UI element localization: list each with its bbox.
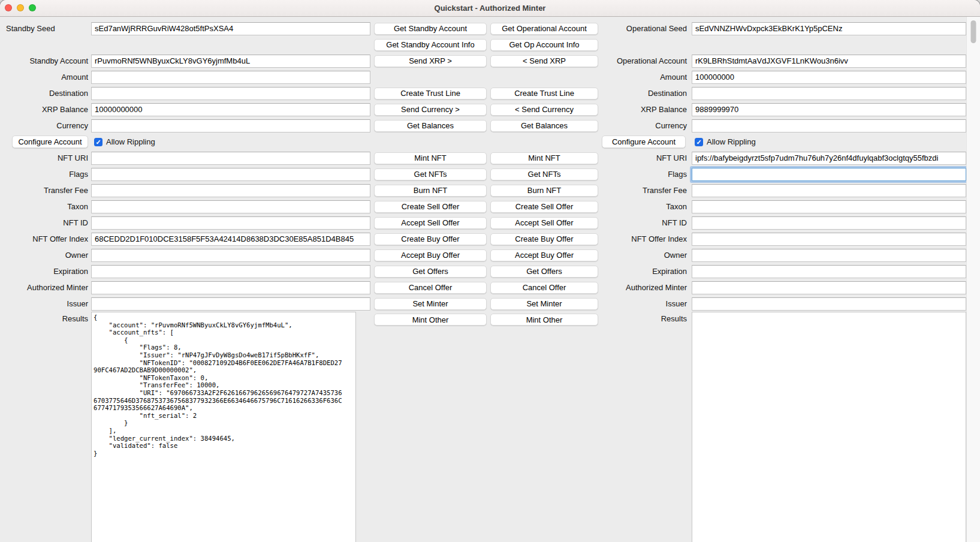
standby-account-input[interactable] [91,55,370,68]
operational-destination-input[interactable] [692,87,966,100]
operational-currency-label: Currency [655,121,687,130]
operational-issuer-input[interactable] [692,297,966,311]
operational-owner-input[interactable] [692,249,966,262]
standby-flags-input[interactable] [91,168,370,181]
operational-cancel-offer-button[interactable]: Cancel Offer [490,282,598,294]
standby-xrp-balance-label: XRP Balance [42,105,88,114]
standby-create-trust-line-button[interactable]: Create Trust Line [374,88,487,100]
standby-issuer-label: Issuer [67,299,88,308]
standby-nft-id-input[interactable] [91,216,370,230]
operational-results-textarea[interactable] [692,312,966,542]
operational-account-label: Operational Account [617,56,687,65]
standby-nft-id-label: NFT ID [63,218,88,227]
standby-nft-uri-input[interactable] [91,152,370,165]
operational-nft-offer-index-input[interactable] [692,233,966,246]
operational-get-offers-button[interactable]: Get Offers [490,266,598,278]
operational-nft-offer-index-label: NFT Offer Index [631,234,687,243]
form-row: Owner Accept Buy Offer Accept Buy Offer … [0,247,980,263]
standby-taxon-input[interactable] [91,200,370,213]
operational-send-xrp-button[interactable]: < Send XRP [490,55,598,67]
standby-get-balances-button[interactable]: Get Balances [374,120,487,132]
window-title: Quickstart - Authorized Minter [435,4,546,13]
operational-xrp-balance-input[interactable] [692,103,966,116]
standby-send-xrp-button[interactable]: Send XRP > [374,55,487,67]
standby-cancel-offer-button[interactable]: Cancel Offer [374,282,487,294]
standby-allow-rippling-checkbox[interactable]: ✓ [94,138,102,146]
operational-get-nfts-button[interactable]: Get NFTs [490,168,598,180]
operational-destination-label: Destination [648,89,687,98]
standby-currency-input[interactable] [91,119,370,133]
operational-accept-sell-offer-button[interactable]: Accept Sell Offer [490,217,598,229]
standby-get-offers-button[interactable]: Get Offers [374,266,487,278]
standby-create-sell-offer-button[interactable]: Create Sell Offer [374,201,487,213]
standby-mint-nft-button[interactable]: Mint NFT [374,152,487,164]
operational-create-sell-offer-button[interactable]: Create Sell Offer [490,201,598,213]
standby-accept-sell-offer-button[interactable]: Accept Sell Offer [374,217,487,229]
operational-accept-buy-offer-button[interactable]: Accept Buy Offer [490,249,598,261]
form-row: Destination Create Trust Line Create Tru… [0,85,980,101]
operational-configure-account-button[interactable]: Configure Account [602,136,686,148]
operational-transfer-fee-input[interactable] [692,184,966,197]
title-bar[interactable]: Quickstart - Authorized Minter [0,0,980,17]
standby-seed-input[interactable] [91,22,370,35]
get-op-account-info-button[interactable]: Get Op Account Info [490,39,598,51]
close-button[interactable] [5,4,12,11]
standby-owner-input[interactable] [91,249,370,262]
operational-seed-input[interactable] [692,22,966,35]
standby-xrp-balance-input[interactable] [91,103,370,116]
operational-currency-input[interactable] [692,119,966,133]
standby-accept-buy-offer-button[interactable]: Accept Buy Offer [374,249,487,261]
get-standby-account-info-button[interactable]: Get Standby Account Info [374,39,487,51]
operational-burn-nft-button[interactable]: Burn NFT [490,185,598,197]
standby-amount-input[interactable] [91,71,370,84]
operational-mint-other-button[interactable]: Mint Other [490,314,598,326]
results-row: Results { "account": "rPuvmoRNf5WNByuxCk… [0,312,980,542]
operational-mint-nft-button[interactable]: Mint NFT [490,152,598,164]
operational-amount-input[interactable] [692,71,966,84]
standby-flags-label: Flags [69,170,88,179]
standby-transfer-fee-input[interactable] [91,184,370,197]
standby-nft-offer-index-input[interactable] [91,233,370,246]
operational-expiration-input[interactable] [692,265,966,278]
operational-set-minter-button[interactable]: Set Minter [490,298,598,310]
standby-send-currency-button[interactable]: Send Currency > [374,104,487,116]
operational-taxon-label: Taxon [666,202,687,211]
standby-results-label: Results [62,314,88,323]
standby-account-label: Standby Account [29,56,88,65]
standby-issuer-input[interactable] [91,297,370,311]
standby-mint-other-button[interactable]: Mint Other [374,314,487,326]
form-row: Transfer Fee Burn NFT Burn NFT Transfer … [0,182,980,198]
form-row: NFT ID Accept Sell Offer Accept Sell Off… [0,215,980,231]
operational-create-buy-offer-button[interactable]: Create Buy Offer [490,233,598,245]
standby-set-minter-button[interactable]: Set Minter [374,298,487,310]
get-standby-account-button[interactable]: Get Standby Account [374,23,487,35]
standby-burn-nft-button[interactable]: Burn NFT [374,185,487,197]
operational-flags-input[interactable] [692,168,966,181]
vertical-scrollbar[interactable] [966,17,980,542]
standby-create-buy-offer-button[interactable]: Create Buy Offer [374,233,487,245]
operational-authorized-minter-input[interactable] [692,281,966,294]
standby-results-textarea[interactable]: { "account": "rPuvmoRNf5WNByuxCkLY8vGY6y… [91,312,356,542]
standby-expiration-input[interactable] [91,265,370,278]
get-operational-account-button[interactable]: Get Operational Account [490,23,598,35]
operational-create-trust-line-button[interactable]: Create Trust Line [490,88,598,100]
operational-nft-uri-input[interactable] [692,152,966,165]
operational-results-label: Results [661,314,687,323]
operational-account-input[interactable] [692,55,966,68]
zoom-button[interactable] [29,4,36,11]
operational-allow-rippling: ✓ Allow Rippling [692,137,756,146]
standby-nft-offer-index-label: NFT Offer Index [32,234,88,243]
operational-taxon-input[interactable] [692,200,966,213]
standby-destination-input[interactable] [91,87,370,100]
operational-send-currency-button[interactable]: < Send Currency [490,104,598,116]
standby-authorized-minter-input[interactable] [91,281,370,294]
minimize-button[interactable] [17,4,24,11]
operational-nft-id-input[interactable] [692,216,966,230]
form-row: Configure Account ✓ Allow Rippling Confi… [0,134,980,150]
form-row: NFT Offer Index Create Buy Offer Create … [0,231,980,247]
operational-get-balances-button[interactable]: Get Balances [490,120,598,132]
scrollbar-thumb[interactable] [971,20,976,43]
standby-configure-account-button[interactable]: Configure Account [12,136,88,148]
standby-get-nfts-button[interactable]: Get NFTs [374,168,487,180]
operational-allow-rippling-checkbox[interactable]: ✓ [695,138,703,146]
